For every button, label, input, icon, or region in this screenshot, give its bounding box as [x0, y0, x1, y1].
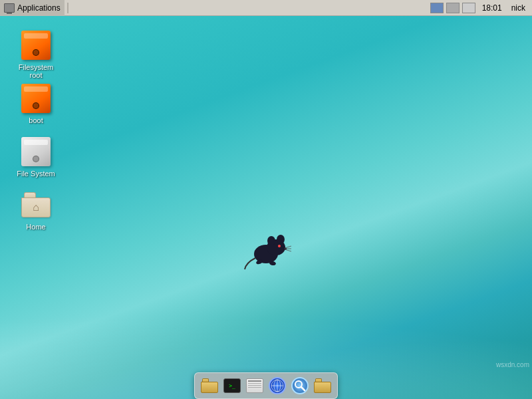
desktop-icon-file-system[interactable]: File System — [9, 133, 63, 181]
panel-separator — [67, 3, 68, 13]
top-panel: Applications 18:01 nick — [0, 0, 532, 16]
file-system-label: File System — [15, 169, 57, 178]
color-box-3[interactable] — [462, 3, 475, 13]
dock-filemanager-button[interactable] — [244, 375, 265, 396]
dock-folder-body — [201, 382, 218, 393]
desktop-icon-boot[interactable]: boot — [9, 80, 63, 128]
taskbar: >_ — [0, 372, 532, 399]
applications-button[interactable]: Applications — [0, 0, 65, 16]
dock-places-button[interactable] — [312, 375, 333, 396]
boot-drive-icon — [21, 84, 51, 113]
xfce-mascot — [239, 226, 293, 273]
svg-line-8 — [285, 249, 291, 251]
folder-body: ⌂ — [21, 198, 51, 217]
desktop-icon-home[interactable]: ⌂ Home — [9, 186, 63, 234]
svg-line-6 — [285, 246, 291, 248]
color-box-1[interactable] — [430, 3, 444, 13]
svg-line-16 — [301, 387, 305, 390]
dock-folder-icon — [201, 378, 218, 393]
applications-label: Applications — [17, 3, 61, 13]
dock-search-button[interactable] — [289, 375, 311, 396]
panel-right: 18:01 nick — [430, 3, 532, 13]
svg-point-2 — [267, 236, 275, 245]
svg-point-4 — [278, 245, 281, 247]
file-system-icon-img — [20, 136, 52, 168]
desktop-icon-filesystem-root[interactable]: Filesystemroot — [9, 27, 63, 82]
dock-web-icon — [269, 377, 286, 394]
dock-search-icon — [291, 377, 309, 394]
boot-icon-img — [20, 82, 52, 114]
panel-left: Applications — [0, 0, 70, 16]
desktop: Applications 18:01 nick Filesystemroot b… — [0, 0, 532, 399]
boot-label: boot — [27, 116, 45, 125]
filesystem-root-icon-img — [20, 29, 52, 61]
dock: >_ — [194, 372, 338, 399]
clock-display: 18:01 — [478, 3, 506, 13]
dock-filemanager-icon — [246, 378, 263, 393]
dock-terminal-icon: >_ — [223, 378, 241, 393]
house-icon: ⌂ — [33, 202, 39, 213]
fs-drive-icon — [21, 137, 51, 166]
color-box-2[interactable] — [446, 3, 460, 13]
watermark: wsxdn.com — [496, 361, 529, 368]
dock-files-button[interactable] — [199, 375, 220, 396]
orange-drive-icon — [21, 31, 51, 60]
svg-point-3 — [277, 235, 285, 244]
home-label: Home — [24, 222, 47, 231]
dock-browser-button[interactable] — [267, 375, 288, 396]
filesystem-root-label: Filesystemroot — [17, 63, 56, 80]
dock-places-folder-body — [314, 382, 331, 393]
applications-icon — [4, 3, 15, 13]
home-icon-img: ⌂ — [20, 189, 52, 221]
user-display: nick — [509, 3, 528, 13]
dock-terminal-button[interactable]: >_ — [221, 375, 243, 396]
dock-places-icon — [314, 378, 331, 393]
home-folder-icon: ⌂ — [21, 192, 51, 217]
